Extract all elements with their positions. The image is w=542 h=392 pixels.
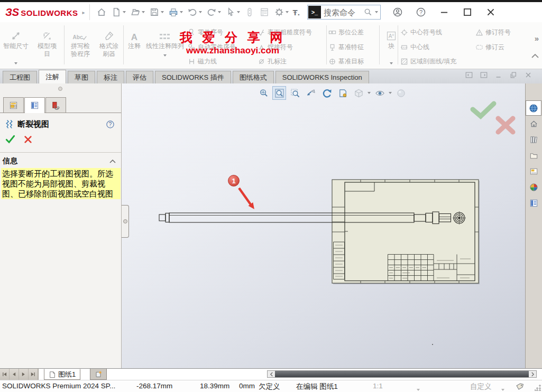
previous-sheet-button[interactable] (10, 369, 19, 380)
panel-splitter-horizontal[interactable] (0, 83, 121, 94)
redo-button[interactable] (206, 7, 221, 17)
centerline-button[interactable]: 中心线 (400, 42, 429, 52)
magnetic-line-button[interactable]: 磁力线 (188, 57, 217, 66)
view-orientation-caret-icon[interactable] (368, 92, 371, 94)
select-button[interactable] (225, 7, 240, 17)
home-button[interactable] (96, 7, 107, 17)
property-manager-tab[interactable] (24, 97, 45, 113)
tab-sketch[interactable]: 草图 (68, 71, 95, 83)
display-style-button[interactable] (373, 86, 387, 100)
model-items-button[interactable]: 模型项目 (33, 25, 61, 58)
scroll-right-arrow[interactable] (529, 371, 536, 377)
collapse-chevron-icon[interactable] (109, 160, 116, 163)
tab-inspection[interactable]: SOLIDWORKS Inspection (275, 71, 369, 83)
pane-next-icon[interactable] (480, 71, 488, 79)
datum-target-button[interactable]: 基准目标 (328, 57, 364, 66)
units-dropdown-caret-icon[interactable] (501, 385, 504, 392)
horizontal-scrollbar[interactable] (267, 370, 537, 378)
cancel-button[interactable] (24, 135, 32, 144)
panel-collapse-handle[interactable] (122, 205, 129, 238)
area-hatch-button[interactable]: 区域剖面线/填充 (400, 57, 456, 66)
resize-grip[interactable] (535, 385, 541, 391)
print-button[interactable] (168, 7, 183, 17)
dropdown-caret-icon[interactable] (237, 11, 240, 13)
taskpane-file-explorer-button[interactable] (526, 148, 541, 163)
measure-button[interactable]: Ŧ. (293, 8, 300, 17)
search-dropdown-caret-icon[interactable] (375, 11, 378, 13)
display-style-caret-icon[interactable] (389, 92, 392, 94)
next-sheet-button[interactable] (19, 369, 29, 380)
pm-help-icon[interactable]: ? (106, 120, 115, 129)
graphics-viewport[interactable]: 1 (122, 83, 525, 368)
previous-view-button[interactable] (304, 86, 318, 100)
zoom-to-area-button[interactable] (288, 86, 302, 100)
taskpane-home-button[interactable] (526, 116, 541, 132)
sheet-properties-button[interactable] (336, 86, 350, 100)
message-group-header[interactable]: 信息 (0, 155, 121, 167)
smart-dimension-button[interactable]: 智能尺寸 (1, 25, 31, 67)
ribbon-overflow-button[interactable]: » (535, 34, 539, 43)
tab-evaluate[interactable]: 评估 (126, 71, 153, 83)
drawing-canvas[interactable]: 1 (122, 83, 525, 368)
zoom-crosshair-button[interactable] (256, 86, 270, 100)
dropdown-caret-icon[interactable] (218, 11, 221, 13)
document-close-icon[interactable] (524, 71, 532, 79)
help-icon[interactable]: ? (416, 7, 426, 17)
dropdown-caret-icon[interactable] (123, 11, 126, 13)
render-sphere-button[interactable] (394, 86, 408, 100)
taskpane-design-library-button[interactable] (526, 132, 541, 147)
format-painter-button[interactable]: 格式涂刷器 (96, 25, 122, 58)
open-button[interactable] (130, 7, 145, 17)
status-sheet-scale[interactable]: 1:1 (373, 382, 383, 390)
save-button[interactable] (149, 7, 164, 17)
maximize-icon[interactable] (462, 7, 473, 17)
logo-flyout-arrow-icon[interactable]: ▸ (82, 10, 85, 15)
center-mark-button[interactable]: 中心符号线 (400, 27, 442, 37)
undo-button[interactable] (187, 7, 202, 17)
taskpane-view-palette-button[interactable] (526, 164, 541, 179)
note-button[interactable]: A 注释 (125, 25, 143, 50)
drawing-sheet[interactable] (332, 180, 480, 284)
add-sheet-tab[interactable] (90, 369, 107, 380)
ok-button[interactable] (5, 134, 15, 144)
search-input[interactable] (321, 8, 364, 17)
search-icon[interactable] (364, 8, 373, 17)
options-button[interactable] (274, 7, 289, 17)
scale-dropdown-caret-icon[interactable] (417, 385, 420, 392)
taskpane-appearances-button[interactable] (526, 180, 541, 195)
feature-manager-tab[interactable] (3, 97, 24, 113)
spell-checker-button[interactable]: Abc 拼写检验程序 (67, 25, 94, 58)
tab-drawing[interactable]: 工程图 (3, 71, 37, 83)
revision-symbol-button[interactable]: 修订符号 (475, 27, 511, 37)
tab-annotation[interactable]: 注解 (39, 70, 66, 83)
tab-markup[interactable]: 标注 (97, 71, 124, 83)
pane-previous-icon[interactable] (465, 71, 473, 79)
taskpane-custom-properties-button[interactable] (526, 195, 541, 211)
close-icon[interactable] (485, 7, 496, 17)
taskpane-3dexperience-button[interactable] (526, 100, 541, 116)
touch-mode-button[interactable] (244, 7, 255, 17)
view-orientation-button[interactable] (352, 86, 365, 100)
document-restore-icon[interactable] (509, 71, 518, 79)
revision-cloud-button[interactable]: 修订云 (475, 42, 504, 52)
ribbon-collapse-button[interactable] (531, 54, 539, 58)
confirmation-corner[interactable] (473, 104, 513, 132)
dropdown-caret-icon[interactable] (163, 54, 167, 57)
scrollbar-thumb[interactable] (275, 371, 529, 377)
zoom-to-fit-button[interactable] (272, 86, 286, 100)
tab-sheet-format[interactable]: 图纸格式 (233, 71, 274, 83)
first-sheet-button[interactable] (0, 369, 10, 380)
hole-callout-button[interactable]: 孔标注 (258, 57, 287, 66)
minimize-icon[interactable] (439, 7, 449, 17)
tag-button[interactable] (516, 382, 523, 390)
dropdown-caret-icon[interactable] (161, 11, 164, 13)
last-sheet-button[interactable] (29, 369, 38, 380)
status-units[interactable]: 自定义 (470, 382, 492, 391)
datum-feature-button[interactable]: 基准特征 (328, 42, 364, 52)
document-minimize-icon[interactable] (494, 71, 503, 79)
rebuild-button[interactable] (320, 86, 334, 100)
sheet-tab-sheet1[interactable]: 图纸1 (44, 369, 80, 380)
dropdown-caret-icon[interactable] (180, 11, 183, 13)
new-document-button[interactable] (111, 7, 126, 17)
dropdown-caret-icon[interactable] (199, 11, 202, 13)
